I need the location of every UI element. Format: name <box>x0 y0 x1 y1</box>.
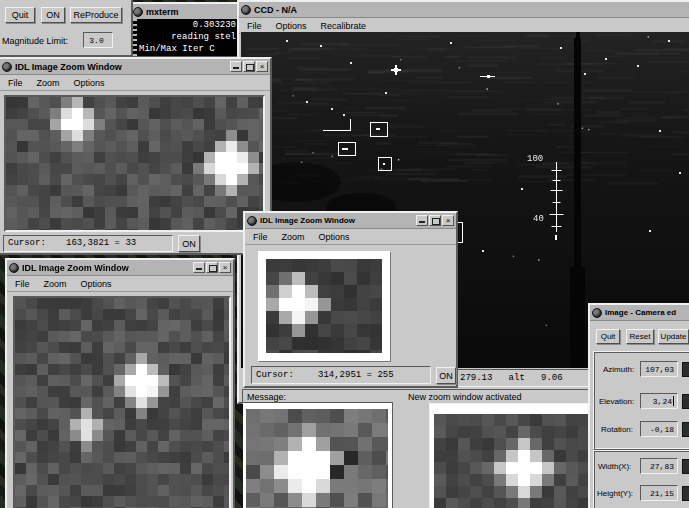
terminal-line: 0.303230 <box>139 19 236 31</box>
zoom1-title: IDL Image Zoom Window <box>15 62 122 72</box>
control-panel-window: Quit ON ReProduce Magnitude Limit: 3.0 <box>0 0 133 57</box>
close-button[interactable]: × <box>442 215 454 226</box>
zoom1-menu-options[interactable]: Options <box>74 78 105 88</box>
zoom3-image-frame <box>258 251 390 361</box>
camera-editor-window: Image - Camera ed Quit Reset Update Azim… <box>588 303 689 508</box>
on-button[interactable]: ON <box>41 7 65 23</box>
message-text: New zoom window activated <box>408 392 522 402</box>
width-x-field[interactable]: 27,83 <box>640 458 678 474</box>
ccd-title: CCD - N/A <box>254 5 297 15</box>
zoom2-title: IDL Image Zoom Window <box>22 263 129 273</box>
rotation-stepper[interactable] <box>682 422 689 437</box>
zoom2-pixel-image[interactable] <box>15 298 229 508</box>
ccd-menu-options[interactable]: Options <box>276 21 307 31</box>
maximize-button[interactable] <box>429 215 441 226</box>
zoom4-pixel-image[interactable] <box>246 409 388 508</box>
zoom3-app-icon <box>247 216 257 226</box>
quit-button[interactable]: Quit <box>5 7 35 23</box>
zoom1-app-icon <box>2 62 12 72</box>
rotation-label: Rotation: <box>601 425 633 434</box>
zoom3-menu-file[interactable]: File <box>253 232 268 242</box>
camera-update-button[interactable]: Update <box>658 329 689 344</box>
xterm-titlebar[interactable]: mxterm <box>131 4 238 20</box>
zoom-window-2: IDL Image Zoom Window × File Zoom Option… <box>5 258 235 508</box>
terminal-content[interactable]: 0.303230 reading stel Min/Max Iter C <box>131 19 238 56</box>
camera-reset-button[interactable]: Reset <box>626 329 654 344</box>
zoom3-menu-zoom[interactable]: Zoom <box>282 232 305 242</box>
ccd-menu-recalibrate[interactable]: Recalibrate <box>321 21 367 31</box>
camera-app-icon <box>592 308 602 318</box>
elevation-stepper[interactable] <box>682 394 689 409</box>
camera-quit-button[interactable]: Quit <box>596 329 620 344</box>
width-x-label: Width(X): <box>598 462 631 471</box>
elevation-scale-bottom-label: 40 <box>533 214 544 224</box>
close-button[interactable]: × <box>219 262 231 273</box>
terminal-line: reading stel <box>139 31 236 43</box>
azimuth-stepper[interactable] <box>682 362 689 377</box>
zoom3-menu-options[interactable]: Options <box>319 232 350 242</box>
zoom2-menu-zoom[interactable]: Zoom <box>44 279 67 289</box>
cursor-readout: 163,3821 = 33 <box>66 236 136 251</box>
zoom2-app-icon <box>9 263 19 273</box>
cursor-label: Cursor: <box>8 236 46 251</box>
xterm-window: mxterm 0.303230 reading stel Min/Max Ite… <box>129 2 240 58</box>
elevation-scale-top-label: 100 <box>527 154 543 164</box>
camera-titlebar[interactable]: Image - Camera ed <box>590 305 689 321</box>
elevation-field[interactable]: 3,24 <box>640 393 678 409</box>
message-label: Message: <box>247 392 286 402</box>
zoom1-pixel-image[interactable] <box>6 97 263 230</box>
ccd-app-icon <box>241 5 251 15</box>
window-gap-strip <box>392 402 430 508</box>
zoom1-cursor-field: Cursor: 163,3821 = 33 <box>3 235 173 252</box>
xterm-title: mxterm <box>146 7 179 17</box>
zoom2-menubar: File Zoom Options <box>7 276 233 292</box>
height-y-field[interactable]: 21,15 <box>640 485 678 501</box>
zoom3-on-button[interactable]: ON <box>436 367 456 384</box>
minimize-button[interactable] <box>193 262 205 273</box>
zoom3-cursor-field: Cursor: 314,2951 = 255 <box>251 366 431 384</box>
zoom3-title: IDL Image Zoom Window <box>260 216 355 225</box>
text-caret <box>673 396 674 406</box>
minimize-button[interactable] <box>230 61 242 72</box>
height-y-stepper[interactable] <box>682 486 689 501</box>
zoom3-menubar: File Zoom Options <box>245 229 456 245</box>
zoom1-titlebar[interactable]: IDL Image Zoom Window × <box>0 59 270 75</box>
zoom2-titlebar[interactable]: IDL Image Zoom Window × <box>7 260 233 276</box>
camera-title: Image - Camera ed <box>605 308 676 317</box>
cursor-readout: 314,2951 = 255 <box>318 367 394 383</box>
magnitude-limit-label: Magnitude Limit: <box>2 36 68 46</box>
zoom-fragment-left <box>243 402 392 508</box>
zoom2-menu-file[interactable]: File <box>15 279 30 289</box>
ccd-menu-file[interactable]: File <box>247 21 262 31</box>
width-x-stepper[interactable] <box>682 459 689 474</box>
zoom1-menubar: File Zoom Options <box>0 75 270 91</box>
zoom5-pixel-image[interactable] <box>434 414 588 508</box>
azimuth-label: Azimuth: <box>603 365 634 374</box>
close-button[interactable]: × <box>256 61 268 72</box>
zoom2-menu-options[interactable]: Options <box>81 279 112 289</box>
elevation-label: Elevation: <box>599 397 634 406</box>
rotation-field[interactable]: -0,18 <box>640 421 678 437</box>
minimize-button[interactable] <box>416 215 428 226</box>
maximize-button[interactable] <box>206 262 218 273</box>
xterm-app-icon <box>133 7 143 17</box>
zoom1-image-well <box>4 95 265 232</box>
zoom2-image-well <box>13 296 231 508</box>
zoom-window-1: IDL Image Zoom Window × File Zoom Option… <box>0 57 272 255</box>
zoom3-titlebar[interactable]: IDL Image Zoom Window × <box>245 213 456 229</box>
azimuth-field[interactable]: 107,03 <box>640 361 678 377</box>
magnitude-limit-field[interactable]: 3.0 <box>83 32 113 48</box>
reproduce-button[interactable]: ReProduce <box>70 7 122 23</box>
zoom-window-3: IDL Image Zoom Window × File Zoom Option… <box>243 211 458 388</box>
height-y-label: Height(Y): <box>597 489 633 498</box>
zoom1-menu-file[interactable]: File <box>8 78 23 88</box>
maximize-button[interactable] <box>243 61 255 72</box>
zoom3-pixel-image[interactable] <box>266 259 382 353</box>
zoom1-menu-zoom[interactable]: Zoom <box>37 78 60 88</box>
alt-readout-field: 279.13 alt 9.06 <box>455 369 595 387</box>
cursor-label: Cursor: <box>256 367 294 383</box>
zoom1-on-button[interactable]: ON <box>178 235 200 252</box>
zoom-fragment-right <box>430 404 592 508</box>
terminal-line: Min/Max Iter C <box>139 43 236 55</box>
ccd-titlebar[interactable]: CCD - N/A <box>239 2 689 18</box>
